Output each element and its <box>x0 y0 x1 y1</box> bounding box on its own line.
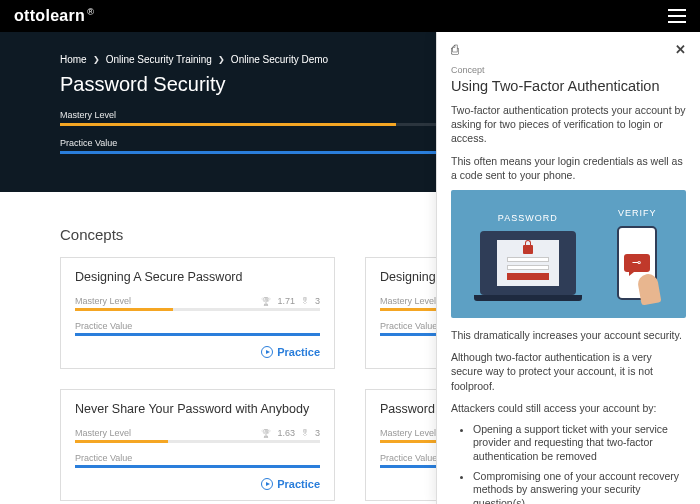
practice-value-label: Practice Value <box>75 453 132 463</box>
breadcrumb-item[interactable]: Home <box>60 54 87 65</box>
breadcrumb-item[interactable]: Online Security Training <box>106 54 212 65</box>
stat-value: 3 <box>315 428 320 438</box>
brand-name: ottolearn <box>14 7 85 25</box>
breadcrumb-item[interactable]: Online Security Demo <box>231 54 328 65</box>
medal-icon <box>301 428 309 438</box>
illus-label-password: PASSWORD <box>498 213 558 223</box>
panel-text: This dramatically increases your account… <box>451 328 686 342</box>
chevron-right-icon: ❯ <box>218 55 225 64</box>
panel-text: Although two-factor authentication is a … <box>451 350 686 393</box>
laptop-icon <box>480 231 576 295</box>
print-icon[interactable]: ⎙ <box>451 42 459 57</box>
mastery-label: Mastery Level <box>380 428 436 438</box>
practice-value-label: Practice Value <box>75 321 132 331</box>
panel-text: Two-factor authentication protects your … <box>451 103 686 146</box>
stat-value: 1.63 <box>277 428 295 438</box>
hand-icon <box>637 272 662 305</box>
menu-icon[interactable] <box>668 9 686 23</box>
concept-card[interactable]: Designing A Secure Password Mastery Leve… <box>60 257 335 369</box>
practice-label: Practice <box>277 346 320 358</box>
practice-value-label: Practice Value <box>380 453 437 463</box>
top-bar: ottolearn ® <box>0 0 700 32</box>
medal-icon <box>301 296 309 306</box>
lock-icon <box>523 245 533 254</box>
card-title: Never Share Your Password with Anybody <box>75 402 320 418</box>
practice-value-label: Practice Value <box>380 321 437 331</box>
stat-value: 1.71 <box>277 296 295 306</box>
practice-button[interactable]: Practice <box>261 478 320 490</box>
stat-value: 3 <box>315 296 320 306</box>
trophy-icon <box>261 428 271 438</box>
play-icon <box>261 478 273 490</box>
brand-mark: ® <box>87 7 94 17</box>
mastery-label: Mastery Level <box>75 296 131 306</box>
panel-text: Attackers could still access your accoun… <box>451 401 686 415</box>
panel-eyebrow: Concept <box>451 65 686 75</box>
card-title: Designing A Secure Password <box>75 270 320 286</box>
chevron-right-icon: ❯ <box>93 55 100 64</box>
mastery-label: Mastery Level <box>380 296 436 306</box>
illus-label-verify: VERIFY <box>618 208 657 218</box>
concept-card[interactable]: Never Share Your Password with Anybody M… <box>60 389 335 501</box>
close-icon[interactable]: ✕ <box>675 42 686 57</box>
practice-button[interactable]: Practice <box>261 346 320 358</box>
panel-title: Using Two-Factor Authentication <box>451 77 686 95</box>
panel-bullets: Opening a support ticket with your servi… <box>451 423 686 504</box>
brand-logo[interactable]: ottolearn ® <box>14 7 94 25</box>
list-item: Opening a support ticket with your servi… <box>473 423 686 464</box>
trophy-icon <box>261 296 271 306</box>
detail-panel: ⎙ ✕ Concept Using Two-Factor Authenticat… <box>436 32 700 504</box>
list-item: Compromising one of your account recover… <box>473 470 686 504</box>
phone-icon: ⊸ <box>617 226 657 300</box>
panel-illustration: PASSWORD VERIFY ⊸ <box>451 190 686 318</box>
play-icon <box>261 346 273 358</box>
practice-label: Practice <box>277 478 320 490</box>
key-icon: ⊸ <box>624 254 650 272</box>
panel-text: This often means your login credentials … <box>451 154 686 182</box>
mastery-label: Mastery Level <box>75 428 131 438</box>
